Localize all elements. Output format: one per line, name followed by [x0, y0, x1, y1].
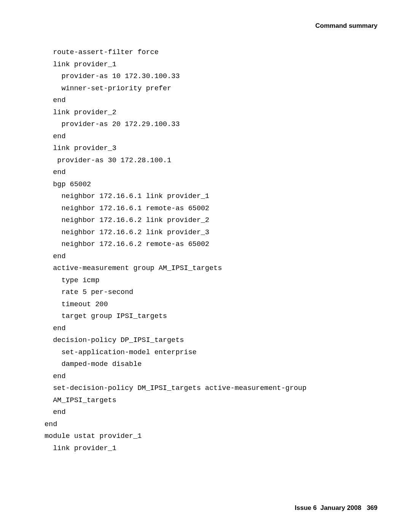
footer-issue: Issue 6: [295, 504, 317, 511]
page-footer: Issue 6 January 2008 369: [295, 504, 378, 512]
footer-date: January 2008: [320, 504, 362, 511]
code-block: route-assert-filter force link provider_…: [45, 46, 306, 454]
page-header: Command summary: [315, 22, 378, 30]
footer-page: 369: [367, 504, 378, 511]
